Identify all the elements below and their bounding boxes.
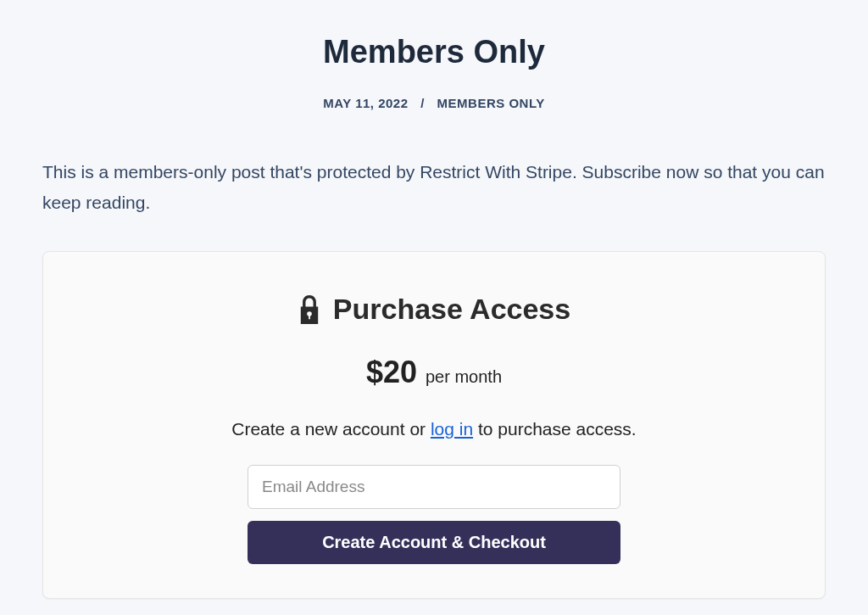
price-row: $20 per month [77, 355, 791, 390]
post-body: This is a members-only post that's prote… [42, 157, 826, 217]
purchase-access-card: Purchase Access $20 per month Create a n… [42, 251, 826, 599]
access-title-row: Purchase Access [77, 293, 791, 326]
page-title: Members Only [42, 34, 826, 70]
meta-separator: / [420, 96, 425, 110]
signup-form: Create Account & Checkout [248, 465, 620, 564]
price-amount: $20 [366, 355, 417, 390]
post-category-link[interactable]: MEMBERS ONLY [437, 96, 545, 110]
email-field[interactable] [248, 465, 620, 509]
post-meta: MAY 11, 2022 / MEMBERS ONLY [42, 96, 826, 110]
login-link[interactable]: log in [431, 419, 473, 439]
login-prompt: Create a new account or log in to purcha… [77, 419, 791, 439]
price-period: per month [426, 367, 502, 387]
page-container: Members Only MAY 11, 2022 / MEMBERS ONLY… [0, 0, 868, 599]
lock-icon [298, 295, 321, 324]
prompt-before: Create a new account or [231, 419, 431, 439]
prompt-after: to purchase access. [473, 419, 637, 439]
post-date: MAY 11, 2022 [323, 96, 408, 110]
access-title: Purchase Access [333, 293, 570, 326]
create-account-checkout-button[interactable]: Create Account & Checkout [248, 521, 620, 564]
